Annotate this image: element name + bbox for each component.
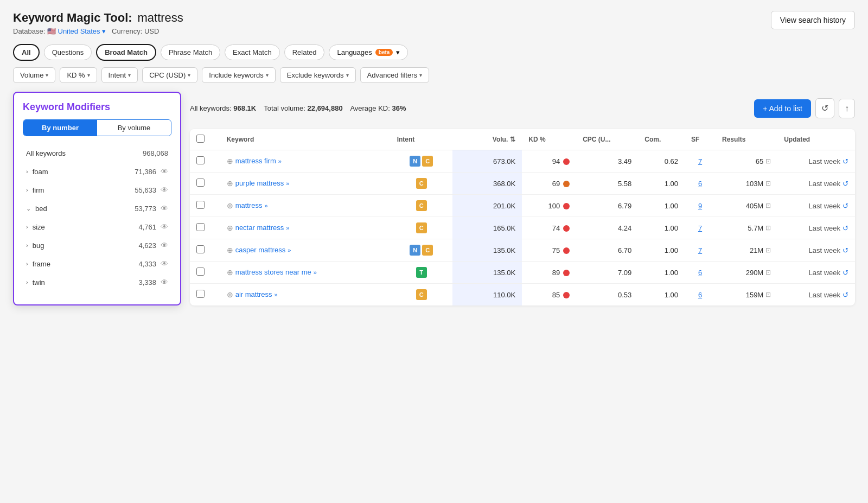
add-keyword-icon[interactable]: ⊕	[227, 224, 233, 232]
kd-filter[interactable]: KD % ▾	[60, 67, 97, 83]
sf-value[interactable]: 6	[698, 269, 702, 277]
volume-filter[interactable]: Volume ▾	[13, 67, 55, 83]
keyword-link[interactable]: purple mattress »	[235, 179, 290, 187]
tab-questions[interactable]: Questions	[44, 44, 92, 60]
avg-kd-value: 36%	[392, 104, 406, 112]
tab-phrase-match[interactable]: Phrase Match	[161, 44, 220, 60]
eye-icon[interactable]: 👁	[161, 204, 168, 213]
refresh-icon[interactable]: ↺	[843, 180, 848, 188]
cpc-cell: 4.24	[576, 217, 638, 239]
modifier-label: twin	[33, 278, 45, 286]
tab-exact-match[interactable]: Exact Match	[225, 44, 280, 60]
toggle-by-number[interactable]: By number	[23, 120, 97, 136]
kd-value: 100	[548, 202, 560, 210]
table-body: ⊕ mattress firm » NC673.0K943.490.62765⊡…	[190, 150, 855, 306]
eye-icon[interactable]: 👁	[161, 186, 168, 194]
modifier-item-frame[interactable]: › frame 4,333 👁	[23, 255, 171, 272]
refresh-icon[interactable]: ↺	[843, 157, 848, 165]
results-value: 65	[756, 157, 763, 165]
sf-value[interactable]: 9	[698, 202, 702, 210]
add-keyword-icon[interactable]: ⊕	[227, 290, 233, 299]
chevron-right-icon: ›	[26, 279, 28, 285]
add-keyword-icon[interactable]: ⊕	[227, 157, 233, 165]
refresh-icon[interactable]: ↺	[843, 246, 848, 254]
modifier-item-size[interactable]: › size 4,761 👁	[23, 218, 171, 235]
eye-icon[interactable]: 👁	[161, 241, 168, 250]
modifier-item-bed[interactable]: ⌄ bed 53,773 👁	[23, 200, 171, 217]
sf-cell: 9	[685, 195, 716, 217]
toggle-by-volume[interactable]: By volume	[97, 120, 171, 136]
modifiers-panel: Keyword Modifiers By number By volume Al…	[13, 92, 181, 305]
modifier-item-all[interactable]: All keywords 968,068	[23, 145, 171, 162]
header: Keyword Magic Tool: mattress Database: 🇺…	[13, 11, 855, 35]
tab-broad-match[interactable]: Broad Match	[96, 44, 156, 61]
keyword-link[interactable]: casper mattress »	[235, 246, 291, 254]
intent-cell: NC	[391, 239, 452, 262]
add-keyword-icon[interactable]: ⊕	[227, 246, 233, 254]
keyword-link[interactable]: air mattress »	[235, 290, 278, 298]
table-summary: All keywords: 968.1K Total volume: 22,69…	[190, 92, 855, 125]
sf-value[interactable]: 7	[698, 224, 702, 232]
table-row: ⊕ mattress firm » NC673.0K943.490.62765⊡…	[190, 150, 855, 173]
keyword-link[interactable]: nectar mattress »	[235, 224, 290, 232]
refresh-icon[interactable]: ↺	[843, 224, 848, 232]
eye-icon[interactable]: 👁	[161, 278, 168, 286]
modifier-item-twin[interactable]: › twin 3,338 👁	[23, 273, 171, 291]
sf-value[interactable]: 6	[698, 180, 702, 188]
modifier-item-bug[interactable]: › bug 4,623 👁	[23, 237, 171, 254]
modifier-count: 968,068	[143, 149, 168, 157]
row-checkbox[interactable]	[196, 156, 205, 164]
exclude-keywords-filter[interactable]: Exclude keywords ▾	[280, 67, 356, 83]
db-link[interactable]: United States ▾	[58, 27, 106, 35]
view-history-button[interactable]: View search history	[771, 11, 855, 29]
title-keyword: mattress	[138, 11, 183, 24]
row-checkbox[interactable]	[196, 201, 205, 209]
row-checkbox[interactable]	[196, 245, 205, 253]
row-checkbox[interactable]	[196, 179, 205, 187]
tab-related[interactable]: Related	[284, 44, 325, 60]
updated-value: Last week	[808, 269, 840, 277]
th-keyword: Keyword	[220, 129, 391, 150]
updated-cell: Last week↺	[777, 195, 855, 217]
refresh-button[interactable]: ↺	[815, 98, 834, 118]
page: Keyword Magic Tool: mattress Database: 🇺…	[0, 0, 868, 503]
keyword-link[interactable]: mattress firm »	[235, 157, 282, 165]
arrows-icon: »	[288, 247, 291, 253]
include-keywords-filter[interactable]: Include keywords ▾	[202, 67, 275, 83]
tab-all[interactable]: All	[13, 44, 40, 61]
volume-cell: 135.0K	[452, 262, 522, 284]
refresh-icon[interactable]: ↺	[843, 291, 848, 299]
cpc-filter[interactable]: CPC (USD) ▾	[142, 67, 197, 83]
advanced-filters[interactable]: Advanced filters ▾	[360, 67, 430, 83]
row-checkbox[interactable]	[196, 268, 205, 276]
kd-value: 75	[552, 246, 560, 254]
row-checkbox[interactable]	[196, 223, 205, 231]
modifier-item-firm[interactable]: › firm 55,633 👁	[23, 181, 171, 199]
results-icon: ⊡	[765, 157, 771, 165]
languages-dropdown[interactable]: Languages beta ▾	[329, 44, 408, 60]
sf-value[interactable]: 6	[698, 291, 702, 299]
keyword-link[interactable]: mattress »	[235, 201, 268, 209]
eye-icon[interactable]: 👁	[161, 167, 168, 176]
th-volume[interactable]: Volu. ⇅	[452, 129, 522, 150]
results-value: 5.7M	[748, 224, 763, 232]
sf-value[interactable]: 7	[698, 246, 702, 254]
export-button[interactable]: ↑	[839, 99, 855, 118]
refresh-icon[interactable]: ↺	[843, 202, 848, 210]
sf-value[interactable]: 7	[698, 157, 702, 165]
keyword-link[interactable]: mattress stores near me »	[235, 268, 317, 276]
add-keyword-icon[interactable]: ⊕	[227, 201, 233, 210]
results-icon: ⊡	[765, 202, 771, 209]
intent-filter[interactable]: Intent ▾	[101, 67, 138, 83]
refresh-icon[interactable]: ↺	[843, 269, 848, 277]
updated-value: Last week	[808, 202, 840, 210]
select-all-checkbox[interactable]	[196, 135, 205, 143]
add-keyword-icon[interactable]: ⊕	[227, 268, 233, 277]
add-keyword-icon[interactable]: ⊕	[227, 179, 233, 188]
eye-icon[interactable]: 👁	[161, 222, 168, 231]
row-checkbox[interactable]	[196, 290, 205, 298]
cpc-label: CPC (USD)	[149, 71, 186, 79]
modifier-item-foam[interactable]: › foam 71,386 👁	[23, 163, 171, 180]
eye-icon[interactable]: 👁	[161, 259, 168, 268]
add-to-list-button[interactable]: + Add to list	[754, 99, 811, 118]
